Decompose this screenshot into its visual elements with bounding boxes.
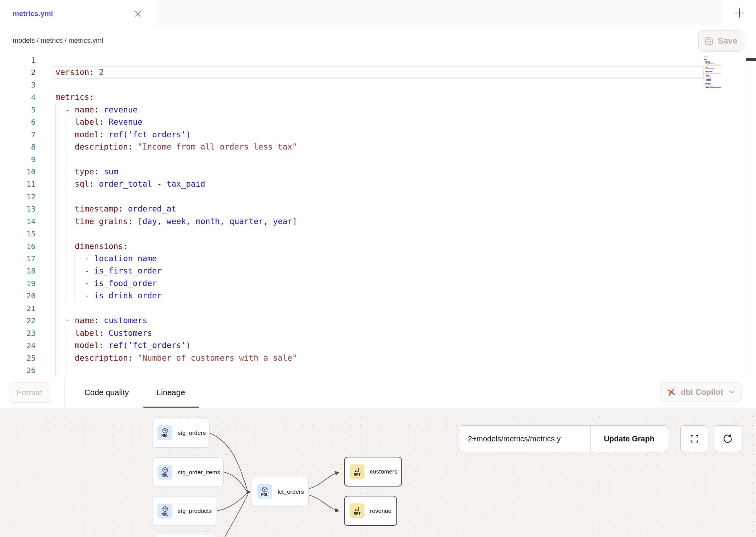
node-label: stg_products xyxy=(178,508,212,514)
lineage-node-stg_products[interactable]: MDL stg_products xyxy=(152,496,216,526)
lineage-node-stg_order_items[interactable]: MDL stg_order_items xyxy=(152,457,224,487)
minimap[interactable] xyxy=(704,55,726,89)
code-line[interactable]: 10 type: sum xyxy=(0,166,756,178)
tab-code-quality[interactable]: Code quality xyxy=(81,377,133,408)
code-line[interactable]: 3 xyxy=(0,79,756,91)
code-text: timestamp: ordered_at xyxy=(55,203,176,215)
scrollbar-thumb[interactable] xyxy=(746,58,756,61)
code-text: time_grains: [day, week, month, quarter,… xyxy=(55,215,297,228)
line-number: 23 xyxy=(0,327,36,339)
save-button[interactable]: Save xyxy=(698,30,743,52)
code-line[interactable]: 17 - location_name xyxy=(0,252,756,265)
line-number: 16 xyxy=(0,240,36,252)
node-type-badge: MDL xyxy=(157,504,172,519)
code-line[interactable]: 14 time_grains: [day, week, month, quart… xyxy=(0,215,756,228)
badge-label: MDL xyxy=(161,513,168,516)
lineage-canvas[interactable]: MDL stg_orders MDL stg_order_items MDL s… xyxy=(0,408,756,537)
code-line[interactable]: 24 model: ref('fct_orders') xyxy=(0,339,756,351)
code-line[interactable]: 9 xyxy=(0,153,756,166)
code-text: - is_first_order xyxy=(55,265,162,277)
refresh-arrow-icon xyxy=(723,434,733,444)
code-text: type: sum xyxy=(55,166,118,178)
fullscreen-button[interactable] xyxy=(680,425,708,452)
code-line[interactable]: 26 xyxy=(0,364,756,376)
breadcrumb: models / metrics / metrics.yml xyxy=(13,27,103,54)
lineage-node-hidden_bottom[interactable]: MDL xyxy=(153,535,217,537)
lineage-node-revenue[interactable]: MET revenue xyxy=(344,496,397,526)
lineage-node-stg_orders[interactable]: MDL stg_orders xyxy=(152,418,209,447)
code-line[interactable]: 16 dimensions: xyxy=(0,240,756,252)
lineage-node-customers[interactable]: MET customers xyxy=(344,457,402,487)
code-line[interactable]: 1 xyxy=(0,54,756,66)
code-line[interactable]: 2version: 2 xyxy=(0,66,756,78)
code-line[interactable]: 12 xyxy=(0,190,756,203)
copilot-knot-icon xyxy=(667,387,676,397)
badge-label: MET xyxy=(354,473,360,477)
line-number: 5 xyxy=(0,104,36,116)
line-number: 6 xyxy=(0,116,36,128)
node-type-badge: MET xyxy=(350,464,365,479)
badge-label: MDL xyxy=(161,474,168,477)
cube-icon xyxy=(162,428,168,434)
line-number: 13 xyxy=(0,203,36,215)
code-line[interactable]: 18 - is_first_order xyxy=(0,265,756,277)
code-line[interactable]: 5 - name: revenue xyxy=(0,104,756,116)
indent-guide xyxy=(65,190,65,203)
code-line[interactable]: 7 model: ref('fct_orders') xyxy=(0,129,756,141)
code-line[interactable]: 4metrics: xyxy=(0,91,756,103)
close-icon[interactable] xyxy=(134,10,142,18)
code-line[interactable]: 15 xyxy=(0,228,756,240)
code-text: description: "Income from all orders les… xyxy=(55,141,297,153)
tab-lineage[interactable]: Lineage xyxy=(154,377,188,408)
badge-label: MDL xyxy=(261,493,268,497)
indent-guide xyxy=(65,228,65,240)
code-editor[interactable]: 12version: 234metrics:5 - name: revenue6… xyxy=(0,54,756,377)
node-label: fct_orders xyxy=(277,488,304,495)
line-number: 9 xyxy=(0,153,36,166)
indent-guide xyxy=(55,153,56,166)
code-text: label: Customers xyxy=(55,327,152,339)
code-line[interactable]: 25 description: "Number of customers wit… xyxy=(0,352,756,364)
node-type-badge: MDL xyxy=(157,465,172,480)
line-number: 26 xyxy=(0,364,36,376)
line-number: 17 xyxy=(0,252,36,265)
line-number: 24 xyxy=(0,339,36,351)
cube-icon xyxy=(262,487,268,493)
format-button[interactable]: Format xyxy=(9,382,50,403)
editor-tab-bar: metrics.yml xyxy=(0,0,756,27)
code-line[interactable]: 8 description: "Income from all orders l… xyxy=(0,141,756,153)
line-number: 12 xyxy=(0,190,36,203)
indent-guide xyxy=(55,228,56,240)
update-graph-button[interactable]: Update Graph xyxy=(591,426,668,452)
indent-guide xyxy=(55,190,56,203)
code-line[interactable]: 20 - is_drink_order xyxy=(0,290,756,302)
dbt-copilot-button[interactable]: dbt Copilot xyxy=(660,382,742,402)
code-line[interactable]: 22 - name: customers xyxy=(0,314,756,327)
copilot-label: dbt Copilot xyxy=(681,387,723,397)
node-label: revenue xyxy=(370,508,391,514)
code-text: model: ref('fct_orders') xyxy=(55,129,191,141)
line-number: 18 xyxy=(0,265,36,277)
tab-bar-empty-area xyxy=(154,0,723,27)
indent-guide xyxy=(65,153,65,166)
lineage-filter-input[interactable]: 2+models/metrics/metrics.y xyxy=(459,426,591,452)
refresh-button[interactable] xyxy=(714,425,741,452)
line-number: 22 xyxy=(0,314,36,327)
tab-metrics-yml[interactable]: metrics.yml xyxy=(0,0,154,27)
tab-label: metrics.yml xyxy=(13,10,53,18)
code-text: - is_food_order xyxy=(55,277,157,290)
code-line[interactable]: 6 label: Revenue xyxy=(0,116,756,128)
code-line[interactable]: 23 label: Customers xyxy=(0,327,756,339)
code-line[interactable]: 21 xyxy=(0,302,756,314)
code-line[interactable]: 19 - is_food_order xyxy=(0,277,756,290)
new-tab-button[interactable] xyxy=(733,7,746,20)
code-text: label: Revenue xyxy=(55,116,143,128)
code-text: description: "Number of customers with a… xyxy=(55,352,297,364)
line-number: 3 xyxy=(0,79,36,91)
line-number: 10 xyxy=(0,166,36,178)
lineage-node-fct_orders[interactable]: MDL fct_orders xyxy=(252,477,309,506)
code-text: version: 2 xyxy=(55,66,104,78)
code-line[interactable]: 11 sql: order_total - tax_paid xyxy=(0,178,756,190)
code-line[interactable]: 13 timestamp: ordered_at xyxy=(0,203,756,215)
node-label: stg_orders xyxy=(178,430,206,436)
